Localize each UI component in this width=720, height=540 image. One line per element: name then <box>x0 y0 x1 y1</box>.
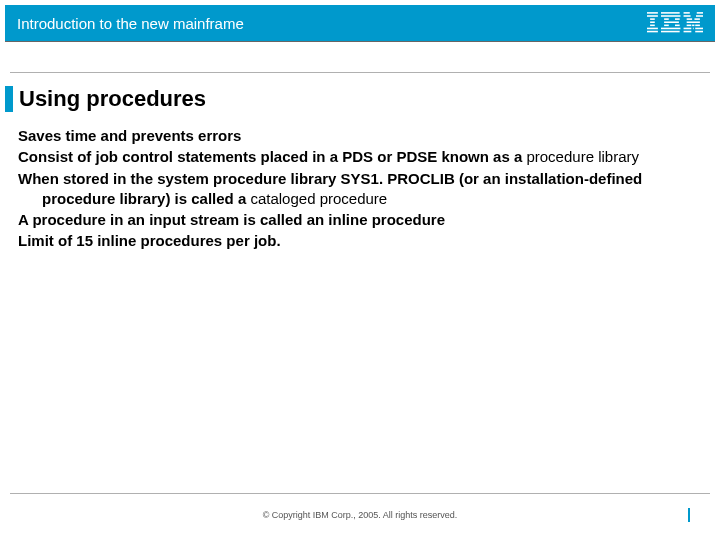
svg-rect-11 <box>664 21 679 23</box>
svg-rect-21 <box>694 18 699 20</box>
bullet-0: Saves time and prevents errors <box>18 126 690 146</box>
svg-rect-12 <box>664 25 669 27</box>
svg-rect-14 <box>661 28 680 30</box>
header-title: Introduction to the new mainframe <box>17 15 244 32</box>
svg-rect-7 <box>661 12 680 14</box>
content-body: Saves time and prevents errors Consist o… <box>18 126 690 253</box>
footer-accent-mark <box>688 508 690 522</box>
svg-rect-6 <box>647 31 658 33</box>
header-underline <box>5 41 715 42</box>
bullet-2: When stored in the system procedure libr… <box>18 169 690 210</box>
bullet-4: Limit of 15 inline procedures per job. <box>18 231 690 251</box>
svg-rect-19 <box>696 15 703 17</box>
slide-title: Using procedures <box>19 86 206 112</box>
svg-rect-27 <box>693 28 694 30</box>
slide: Introduction to the new mainframe <box>0 0 720 540</box>
svg-rect-15 <box>661 31 680 33</box>
svg-rect-17 <box>697 12 703 14</box>
svg-rect-10 <box>675 18 680 20</box>
svg-rect-28 <box>695 28 703 30</box>
bullet-3: A procedure in an input stream is called… <box>18 210 690 230</box>
divider-bottom <box>10 493 710 494</box>
bullet-lead: Saves time and prevents errors <box>18 127 241 144</box>
svg-rect-16 <box>684 12 690 14</box>
svg-rect-25 <box>695 25 700 27</box>
svg-rect-13 <box>675 25 680 27</box>
svg-rect-23 <box>687 25 692 27</box>
bullet-lead: A procedure in an input stream is called… <box>18 211 445 228</box>
divider-top <box>10 72 710 73</box>
svg-rect-1 <box>647 15 658 17</box>
bullet-rest: procedure library <box>522 148 639 165</box>
svg-rect-20 <box>687 18 692 20</box>
svg-rect-8 <box>661 15 680 17</box>
svg-rect-30 <box>695 31 703 33</box>
svg-rect-5 <box>647 28 658 30</box>
svg-rect-9 <box>664 18 669 20</box>
title-row: Using procedures <box>5 86 710 112</box>
bullet-1: Consist of job control statements placed… <box>18 147 690 167</box>
title-accent-bar <box>5 86 13 112</box>
bullet-lead: Consist of job control statements placed… <box>18 148 522 165</box>
svg-rect-4 <box>650 25 655 27</box>
svg-rect-18 <box>684 15 691 17</box>
footer-copyright: © Copyright IBM Corp., 2005. All rights … <box>0 510 720 520</box>
svg-rect-22 <box>687 21 700 23</box>
bullet-lead: Limit of 15 inline procedures per job. <box>18 232 281 249</box>
bullet-rest: cataloged procedure <box>246 190 387 207</box>
svg-rect-3 <box>650 21 655 23</box>
svg-rect-29 <box>684 31 692 33</box>
svg-rect-24 <box>692 25 694 27</box>
svg-rect-2 <box>650 18 655 20</box>
ibm-logo-icon <box>647 12 703 34</box>
header-bar: Introduction to the new mainframe <box>5 5 715 41</box>
svg-rect-26 <box>684 28 692 30</box>
svg-rect-0 <box>647 12 658 14</box>
